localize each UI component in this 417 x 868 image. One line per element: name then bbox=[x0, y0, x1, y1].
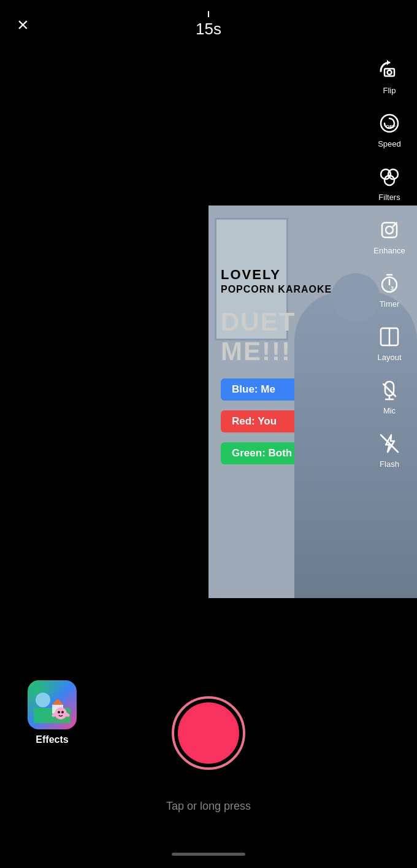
layout-button[interactable]: Layout bbox=[362, 316, 417, 369]
enhance-label: Enhance bbox=[373, 246, 405, 255]
flip-camera-icon bbox=[376, 56, 403, 83]
record-button-container bbox=[172, 696, 245, 770]
speed-label: Speed bbox=[378, 139, 401, 148]
timer-display: 15s bbox=[196, 11, 221, 39]
effects-button[interactable]: Effects bbox=[28, 680, 77, 745]
timer-label: Timer bbox=[380, 299, 400, 309]
svg-point-1 bbox=[388, 71, 392, 75]
svg-text:3: 3 bbox=[391, 285, 394, 291]
svg-text:OFF: OFF bbox=[386, 124, 396, 129]
mic-button[interactable]: Mic bbox=[362, 369, 417, 423]
svg-point-8 bbox=[386, 226, 393, 234]
flash-icon bbox=[376, 430, 403, 457]
layout-label: Layout bbox=[377, 353, 401, 362]
karaoke-title: LOVELY bbox=[221, 267, 356, 283]
tap-hint: Tap or long press bbox=[166, 800, 251, 813]
mic-icon bbox=[376, 377, 403, 404]
record-button-outer bbox=[172, 696, 245, 770]
close-button[interactable]: × bbox=[17, 15, 29, 34]
svg-point-17 bbox=[36, 693, 50, 707]
effects-icon-svg bbox=[34, 686, 71, 723]
filters-button[interactable]: Filters bbox=[362, 156, 417, 209]
mic-label: Mic bbox=[383, 406, 396, 415]
svg-point-21 bbox=[58, 711, 60, 713]
timer-text: 15s bbox=[196, 20, 221, 39]
flip-button[interactable]: Flip bbox=[362, 49, 417, 102]
filters-icon bbox=[376, 163, 403, 190]
timer-icon: 3 bbox=[376, 270, 403, 297]
effects-label: Effects bbox=[36, 734, 68, 745]
timer-button[interactable]: 3 Timer bbox=[362, 263, 417, 316]
layout-icon bbox=[376, 323, 403, 350]
enhance-icon bbox=[376, 217, 403, 244]
flash-button[interactable]: Flash bbox=[362, 423, 417, 476]
speed-button[interactable]: OFF Speed bbox=[362, 102, 417, 156]
enhance-button[interactable]: Enhance bbox=[362, 209, 417, 263]
home-indicator bbox=[172, 853, 245, 856]
filters-label: Filters bbox=[378, 193, 400, 202]
timer-bar-indicator bbox=[208, 11, 209, 17]
right-toolbar: Flip OFF Speed Filters bbox=[362, 49, 417, 476]
top-bar: × 15s bbox=[0, 0, 417, 49]
speed-icon: OFF bbox=[376, 110, 403, 137]
left-dark-overlay bbox=[0, 0, 208, 635]
flip-label: Flip bbox=[383, 86, 396, 95]
effects-icon bbox=[28, 680, 77, 729]
flash-label: Flash bbox=[380, 459, 399, 469]
svg-point-22 bbox=[61, 711, 64, 713]
record-button[interactable] bbox=[178, 702, 239, 764]
